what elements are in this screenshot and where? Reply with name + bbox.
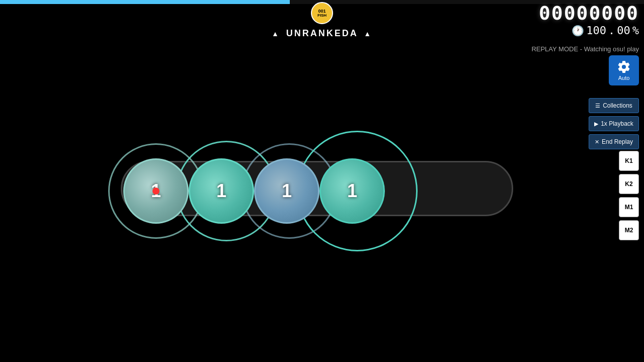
key-indicators: K1 K2 M1 M2: [619, 151, 639, 240]
circle-4-number: 1: [347, 180, 357, 202]
collections-button[interactable]: ☰ Collections: [589, 98, 639, 113]
hit-circle-2[interactable]: 1: [189, 158, 254, 224]
circle-2-number: 1: [216, 180, 226, 202]
hit-circle-3[interactable]: 1: [254, 158, 319, 224]
play-icon: ▶: [594, 121, 598, 127]
playback-label: 1x Playback: [601, 120, 633, 127]
accuracy-decimal-value: 00: [617, 24, 630, 37]
circle-3-number: 1: [282, 180, 292, 202]
accuracy-symbol: %: [632, 24, 639, 37]
gear-icon: [617, 60, 631, 74]
end-replay-button[interactable]: ✕ End Replay: [589, 134, 639, 149]
x-icon: ✕: [595, 139, 599, 145]
k1-key: K1: [619, 151, 639, 171]
cursor-dot: [152, 188, 159, 195]
hit-circle-4[interactable]: 1: [319, 158, 385, 224]
list-icon: ☰: [595, 103, 600, 109]
k2-key: K2: [619, 174, 639, 194]
accuracy-value: 100: [586, 24, 606, 37]
m2-key: M2: [619, 220, 639, 240]
auto-label: Auto: [618, 75, 630, 81]
game-area: 1 1 1 1: [0, 0, 589, 362]
accuracy-decimal: .: [608, 24, 615, 37]
right-panel: ☰ Collections ▶ 1x Playback ✕ End Replay: [589, 98, 639, 149]
playback-button[interactable]: ▶ 1x Playback: [589, 116, 639, 131]
end-replay-label: End Replay: [602, 138, 633, 145]
auto-button[interactable]: Auto: [609, 55, 639, 85]
m1-key: M1: [619, 197, 639, 217]
collections-label: Collections: [603, 102, 632, 109]
